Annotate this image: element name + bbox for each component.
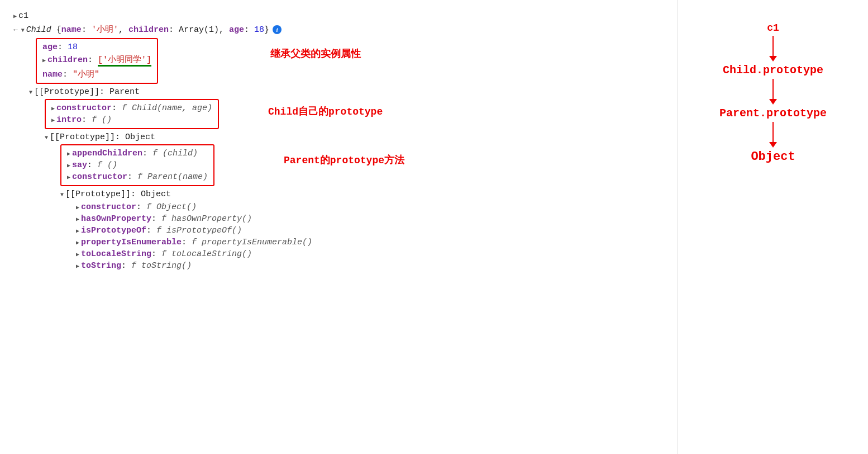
left-panel: ▶ c1 ← ▼ Child {name: '小明', children: Ar…: [0, 0, 678, 454]
proto1-collapse[interactable]: ▼: [29, 89, 32, 96]
propisenum-val: f propertyIsEnumerable(): [192, 238, 312, 247]
colon1: :: [58, 42, 68, 52]
prototype1-row: ▼ [[Prototype]]: Parent: [29, 86, 664, 98]
c1-label: c1: [18, 11, 28, 21]
hasown-row: ▶ hasOwnProperty : f hasOwnProperty(): [76, 213, 664, 225]
ctor1-key: constructor: [56, 103, 112, 113]
ctor3-row: ▶ constructor : f Object(): [76, 201, 664, 213]
isprotoof-expand[interactable]: ▶: [76, 228, 79, 234]
hasown-key: hasOwnProperty: [81, 214, 151, 224]
tolocale-expand[interactable]: ▶: [76, 251, 79, 258]
children-row: ▶ children : ['小明同学']: [42, 53, 151, 68]
proto2-label: [[Prototype]]:: [50, 133, 125, 142]
ctor2-val: f Parent(name): [137, 172, 208, 182]
colon6: :: [142, 149, 152, 158]
hasown-val: f hasOwnProperty(): [161, 214, 252, 224]
name-key: name: [42, 70, 63, 79]
proto1-label: [[Prototype]]:: [34, 87, 109, 97]
tostring-val: f toString(): [131, 261, 192, 271]
ctor3-val: f Object(): [146, 202, 197, 212]
say-val: f (): [97, 160, 117, 170]
tostring-expand[interactable]: ▶: [76, 263, 79, 269]
prototype2-row: ▼ [[Prototype]]: Object: [45, 131, 664, 143]
diagram-object: Object: [751, 150, 795, 164]
isprotoof-val: f isPrototypeOf(): [156, 226, 242, 235]
colon11: :: [146, 226, 156, 235]
arrow3: [769, 122, 777, 148]
age-key: age: [42, 42, 58, 52]
arrow3-head: [769, 142, 777, 148]
child-obj-text: Child {name: '小明', children: Array(1), a…: [26, 24, 269, 35]
children-val: ['小明同学']: [98, 54, 151, 67]
colon9: :: [136, 202, 146, 212]
colon14: :: [121, 261, 131, 271]
append-val: f (child): [152, 149, 198, 158]
proto2-collapse[interactable]: ▼: [45, 135, 48, 141]
age-val: 18: [68, 42, 78, 52]
colon5: :: [82, 115, 92, 125]
say-key: say: [72, 160, 87, 170]
proto3-collapse[interactable]: ▼: [60, 192, 64, 198]
right-panel: c1 Child.prototype Parent.prototype Obje…: [678, 0, 868, 454]
colon2: :: [88, 55, 98, 65]
propisenum-row: ▶ propertyIsEnumerable : f propertyIsEnu…: [76, 237, 664, 248]
tostring-row: ▶ toString : f toString(): [76, 260, 664, 272]
parent-proto-box: ▶ appendChildren : f (child) ▶ say : f (…: [60, 144, 214, 186]
age-row: age : 18: [42, 41, 151, 53]
collapse-icon[interactable]: ▼: [21, 27, 25, 34]
info-icon[interactable]: i: [273, 25, 282, 34]
say-expand[interactable]: ▶: [67, 162, 70, 169]
annotation-child-proto: Child自己的prototype: [268, 105, 383, 118]
colon8: :: [127, 172, 137, 182]
ctor3-expand[interactable]: ▶: [76, 204, 79, 211]
c1-row: ▶ c1: [13, 10, 664, 22]
append-row: ▶ appendChildren : f (child): [67, 148, 208, 159]
diagram-child-proto: Child.prototype: [723, 64, 823, 77]
intro-key: intro: [56, 115, 82, 125]
arrow2-line: [772, 79, 774, 99]
constructor2-row: ▶ constructor : f Parent(name): [67, 171, 208, 183]
append-key: appendChildren: [72, 149, 142, 158]
arrow2-head: [769, 99, 777, 105]
colon10: :: [151, 214, 161, 224]
colon4: :: [112, 103, 122, 113]
back-icon: ←: [13, 26, 18, 34]
intro-row: ▶ intro : f (): [51, 114, 212, 126]
tolocale-key: toLocaleString: [81, 249, 151, 259]
colon3: :: [63, 70, 73, 79]
hasown-expand[interactable]: ▶: [76, 216, 79, 223]
ctor3-key: constructor: [81, 202, 136, 212]
instance-props-box: age : 18 ▶ children : ['小明同学'] name : "小…: [36, 38, 158, 84]
child-object-row: ← ▼ Child {name: '小明', children: Array(1…: [13, 23, 664, 36]
child-proto-box: ▶ constructor : f Child(name, age) ▶ int…: [45, 99, 219, 129]
name-row: name : "小明": [42, 68, 151, 81]
diagram-c1: c1: [767, 22, 779, 34]
prototype3-row: ▼ [[Prototype]]: Object: [60, 188, 664, 200]
arrow1: [769, 36, 777, 62]
diagram-parent-proto: Parent.prototype: [719, 107, 827, 120]
children-expand[interactable]: ▶: [42, 57, 46, 64]
object-methods: ▶ constructor : f Object() ▶ hasOwnPrope…: [76, 201, 664, 272]
colon13: :: [151, 249, 161, 259]
children-key: children: [47, 55, 88, 65]
say-row: ▶ say : f (): [67, 159, 208, 171]
arrow1-line: [772, 36, 774, 56]
ctor1-val: f Child(name, age): [122, 103, 212, 113]
tolocale-row: ▶ toLocaleString : f toLocaleString(): [76, 248, 664, 260]
ctor2-expand[interactable]: ▶: [67, 174, 70, 181]
arrow2: [769, 79, 777, 105]
isprotoof-key: isPrototypeOf: [81, 226, 146, 235]
tolocale-val: f toLocaleString(): [161, 249, 252, 259]
arrow3-line: [772, 122, 774, 142]
proto1-type: Parent: [109, 87, 140, 97]
expand-icon[interactable]: ▶: [13, 13, 17, 20]
intro-expand[interactable]: ▶: [51, 117, 55, 124]
proto2-type: Object: [125, 133, 155, 142]
isprotoof-row: ▶ isPrototypeOf : f isPrototypeOf(): [76, 225, 664, 237]
arrow1-head: [769, 56, 777, 62]
annotation-inherit: 继承父类的实例属性: [270, 47, 361, 60]
proto3-label: [[Prototype]]:: [65, 190, 141, 199]
propisenum-expand[interactable]: ▶: [76, 239, 79, 246]
append-expand[interactable]: ▶: [67, 150, 70, 157]
ctor1-expand[interactable]: ▶: [51, 105, 55, 112]
